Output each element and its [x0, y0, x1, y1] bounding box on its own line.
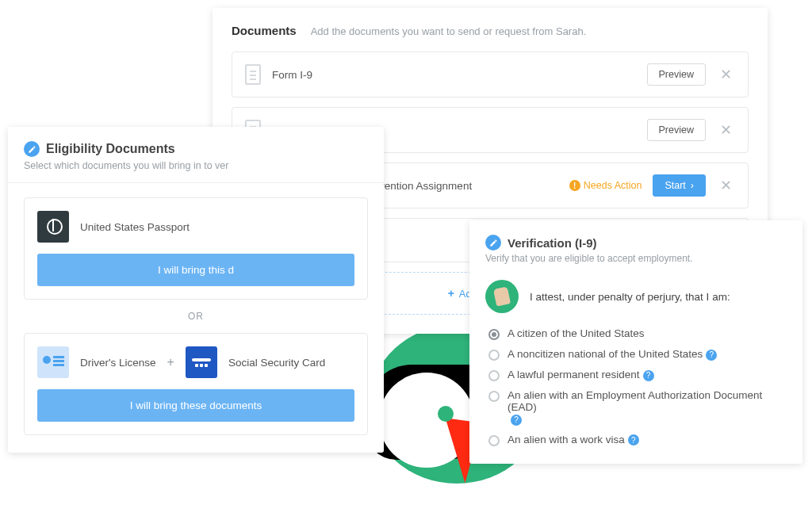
- or-separator: OR: [24, 311, 368, 322]
- document-row: Form I-9 Preview ✕: [232, 52, 749, 98]
- preview-button[interactable]: Preview: [647, 119, 706, 141]
- license-label: Driver's License: [80, 357, 156, 369]
- option-label: A lawful permanent resident: [508, 369, 640, 380]
- help-icon[interactable]: ?: [706, 350, 717, 361]
- document-name: Form I-9: [272, 69, 636, 81]
- alert-icon: !: [569, 180, 580, 191]
- bring-license-ssn-button[interactable]: I will bring these documents: [37, 389, 354, 422]
- documents-title: Documents: [232, 24, 297, 37]
- eligibility-subtitle: Select which documents you will bring in…: [24, 160, 368, 171]
- help-icon[interactable]: ?: [511, 415, 522, 426]
- attestation-option[interactable]: A citizen of the United States: [488, 327, 787, 340]
- documents-subtitle: Add the documents you want to send or re…: [311, 25, 587, 37]
- pencil-icon: [485, 235, 501, 250]
- eligibility-header: Eligibility Documents Select which docum…: [8, 127, 384, 183]
- radio-icon: [488, 435, 500, 446]
- attest-icon: [485, 280, 519, 313]
- documents-header: Documents Add the documents you want to …: [232, 24, 749, 37]
- help-icon[interactable]: ?: [628, 434, 639, 445]
- pencil-icon: [24, 141, 40, 157]
- eligibility-option-passport: United States Passport I will bring this…: [24, 197, 368, 300]
- help-icon[interactable]: ?: [643, 370, 654, 381]
- verification-card: Verification (I-9) Verify that you are e…: [469, 220, 802, 464]
- needs-action-badge: ! Needs Action: [569, 180, 642, 191]
- verification-subtitle: Verify that you are eligible to accept e…: [485, 253, 787, 264]
- attestation-option[interactable]: A noncitizen national of the United Stat…: [488, 348, 787, 361]
- ssn-icon: [186, 346, 217, 378]
- preview-button[interactable]: Preview: [647, 63, 706, 86]
- passport-label: United States Passport: [80, 221, 190, 233]
- remove-document-button[interactable]: ✕: [717, 121, 735, 139]
- verification-title: Verification (I-9): [508, 236, 597, 250]
- option-label: A noncitizen national of the United Stat…: [508, 348, 703, 360]
- attestation-options: A citizen of the United States A nonciti…: [485, 327, 787, 446]
- radio-icon: [488, 350, 500, 361]
- license-icon: [37, 346, 69, 378]
- start-button[interactable]: Start ›: [653, 174, 706, 197]
- plus-icon: +: [448, 287, 454, 300]
- eligibility-card: Eligibility Documents Select which docum…: [8, 127, 384, 453]
- radio-icon: [488, 391, 500, 402]
- attestation-option[interactable]: A lawful permanent resident?: [488, 369, 787, 381]
- bring-passport-button[interactable]: I will bring this d: [37, 254, 354, 286]
- option-label: An alien with an Employment Authorizatio…: [508, 389, 762, 413]
- attestation-option[interactable]: An alien with an Employment Authorizatio…: [488, 389, 787, 426]
- remove-document-button[interactable]: ✕: [717, 177, 735, 194]
- eligibility-option-license-ssn: Driver's License + Social Security Card …: [24, 333, 368, 435]
- radio-icon: [488, 329, 500, 340]
- option-label: An alien with a work visa: [508, 434, 625, 445]
- chevron-right-icon: ›: [691, 180, 694, 191]
- option-label: A citizen of the United States: [508, 327, 645, 339]
- eligibility-title: Eligibility Documents: [46, 142, 175, 156]
- attest-text: I attest, under penalty of perjury, that…: [530, 291, 730, 303]
- start-button-label: Start: [665, 180, 685, 191]
- radio-icon: [488, 370, 500, 381]
- ssn-label: Social Security Card: [228, 357, 325, 369]
- remove-document-button[interactable]: ✕: [717, 66, 735, 83]
- needs-action-label: Needs Action: [584, 180, 642, 191]
- file-icon: [245, 64, 261, 85]
- attestation-option[interactable]: An alien with a work visa?: [488, 434, 787, 446]
- decor-green-dot: [438, 406, 454, 422]
- passport-icon: [37, 211, 69, 243]
- plus-separator: +: [167, 355, 174, 369]
